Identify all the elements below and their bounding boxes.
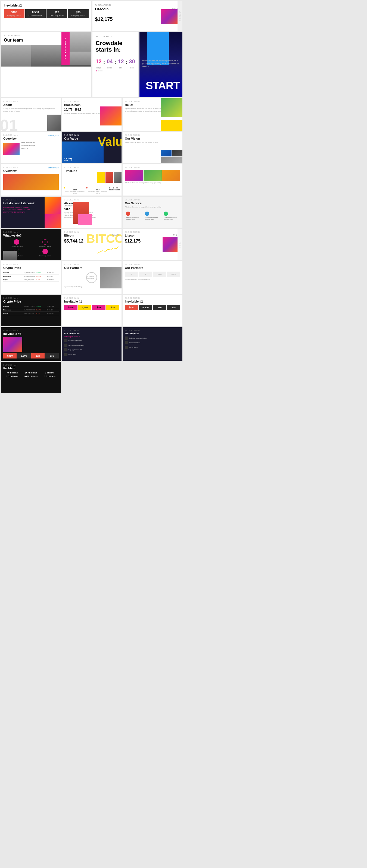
about-slide: BLOCKCHAIN About 01 A peep at some dista… (1, 98, 61, 131)
for-investors-slide: BLOCKCHAIN For Investors Maybe you like … (62, 327, 122, 361)
alex-label: BLOCKCHAIN (64, 199, 120, 201)
hello-image-top (161, 98, 182, 117)
forinv-item-2: Get social information (64, 344, 120, 347)
partners2-desc: Company Name Company Name (125, 278, 180, 281)
overview2-image (3, 174, 59, 190)
vision-label: BLOCKCHAIN (125, 134, 180, 136)
sec-label: Sec (129, 67, 135, 69)
slides-grid: BLOCKCHAIN About 01 A peep at some dista… (0, 98, 184, 394)
forinv-items: Give an application Get social informati… (64, 339, 120, 356)
inev1-val-2: 6,500 (79, 306, 90, 309)
crypto1-val-3: 30,722.90 (47, 279, 59, 281)
prob-val-3: 2 billions (41, 372, 58, 374)
arch-img-1 (125, 170, 143, 181)
crypto2-cap-1: $5,745,500,000 (24, 306, 36, 307)
problem-stats-row2: 1,5 millions $490 billions 1.3 billions (3, 375, 59, 377)
forproj-text-3: Launch #10 (129, 346, 138, 348)
service-desc: A further alteration for page title to s… (125, 206, 180, 208)
service-text-3: A further alteration for page title to s… (164, 217, 179, 220)
bitcoin-title: Bitcoin (64, 234, 74, 237)
overview2-label: BLOCKCHAIN (3, 166, 19, 168)
vision-desc: A peep at some distant orb has power to … (125, 141, 180, 144)
inev2b-val-2: 6,500 (140, 306, 151, 309)
crypto1-val-2: $441.38 (47, 275, 59, 277)
inev1-val-3: $20 (93, 306, 104, 309)
service-item-2: A further alteration for page title to s… (144, 211, 162, 221)
crypto2-table: Bitcoin $5,745,500,000 0.00% 28,381.73 E… (3, 305, 59, 315)
arch-desc: A further alteration for page title to s… (125, 182, 180, 184)
about-desc: A peep at some distant orb has power to … (3, 107, 59, 113)
hours-label: Hours (107, 67, 113, 69)
nav-dot-1 (96, 70, 97, 71)
crypto1-name-3: Ripple (3, 279, 23, 281)
what-icon-4 (43, 249, 48, 254)
inev3-val-1: $480 (4, 354, 16, 357)
crypto2-name-2: Ethereum (3, 309, 23, 311)
what-item-4: Company Name (32, 249, 59, 257)
partner-logo-1: S (125, 272, 138, 277)
partners1-image (100, 267, 121, 288)
what-icon-2 (43, 239, 48, 245)
nav-dot-2 (97, 70, 99, 71)
forproj-text-2: Prepare to ICO (129, 342, 140, 344)
tl-dot-4 (113, 187, 114, 188)
service-item-3: A further alteration for page title to s… (163, 211, 180, 221)
value-big-text: Valu (98, 135, 122, 149)
bella-name: BELLA ELIZABETH (64, 37, 66, 59)
service-text-2: A further alteration for page title to s… (145, 217, 160, 220)
blockchain-slide: BLOCKCHAIN BlockChain 10,476 181.5 A fur… (62, 98, 122, 131)
min-label: Min (118, 67, 124, 69)
crypto2-val-2: $441.38 (47, 309, 59, 311)
crypto1-title: Crypto Price (3, 266, 59, 270)
arch-img-3 (162, 170, 180, 181)
what-label-2: Company Name (32, 246, 59, 247)
inev2b-title: Inevitable #2 (125, 300, 180, 303)
forinv-title: For Investors (64, 332, 120, 335)
our-service-slide: BLOCKCHAIN Our Service A further alterat… (122, 197, 182, 228)
forproj-icon-2 (125, 341, 128, 344)
service-icons: A further alteration for page title to s… (125, 211, 180, 221)
alexandra-slide: BLOCKCHAIN Alexandra January 5th 181.5 A… (62, 197, 122, 228)
overview1-content: Study break startup Welcome Message Abou… (3, 141, 59, 155)
ov1-item-3-label: About Us (21, 148, 28, 149)
forproj-icon-1 (125, 337, 128, 340)
what-image (3, 251, 17, 260)
inev2b-box-4: $35 (167, 305, 180, 310)
ov1-item-2-label: Welcome Message (21, 145, 35, 146)
tl-year-1: 2012 Find & Help, Page & Help Page writi… (64, 187, 86, 194)
crowdale-section: BLOCKCHAIN Crowdale starts in: 12 Days :… (92, 32, 183, 97)
prob-val-1: 7,6 billions (3, 372, 21, 374)
alex-date: January 5th (64, 205, 120, 207)
timeline-images (97, 172, 121, 183)
forinv-text-2: Get social information (68, 344, 84, 346)
forproj-item-2: Prepare to ICO (125, 341, 180, 344)
forinv-text-4: Launch #10 (68, 353, 77, 355)
inev1-box-1: $480 (64, 305, 78, 310)
bitcoin-chart-svg (97, 244, 119, 255)
litecoin-top-label: BLOCKCHAIN (95, 4, 180, 6)
what-title: What we do? (3, 234, 59, 237)
partners2-title: Our Partners (125, 266, 180, 270)
crypto2-name-3: Ripple (3, 313, 23, 314)
price-sub-2: Company Name (26, 14, 45, 16)
crypto1-cap-3: $960,200,000 (24, 279, 36, 281)
tl-year-4: 2015 (113, 187, 116, 194)
tl-year-2: 2014 Find & Help, Page & Help Page writi… (86, 187, 109, 194)
crypto1-val-1: 28,381.73 (47, 272, 59, 274)
crypto1-label: BLOCKCHAIN (3, 264, 59, 265)
forproj-title: For Projects (125, 332, 180, 335)
tl-dot-1 (64, 187, 65, 188)
inev1-box-2: 6,500 (78, 305, 91, 310)
inev3-prices: $480 6,500 $20 $35 (3, 353, 59, 359)
countdown-hours: 04 Hours (107, 58, 113, 69)
right-photo-area (69, 32, 91, 65)
crypto1-table: Bitcoin $5,745,500,000 0.00% 28,381.73 E… (3, 271, 59, 282)
overview2-date: January 23 (48, 166, 59, 169)
inev3-title: Inevitable #3 (3, 332, 59, 335)
inevitable2-top-card: Inevitable #2 $480 Company Name 6,500 Co… (1, 1, 91, 31)
crypto1-change-3: 4.1% (36, 279, 46, 281)
forproj-items: Selection and realization Prepare to ICO… (125, 337, 180, 349)
forinv-icon-4 (64, 353, 67, 356)
prob-stat-5: $490 billions (22, 375, 40, 377)
countdown-hours-num: 04 (107, 58, 113, 65)
